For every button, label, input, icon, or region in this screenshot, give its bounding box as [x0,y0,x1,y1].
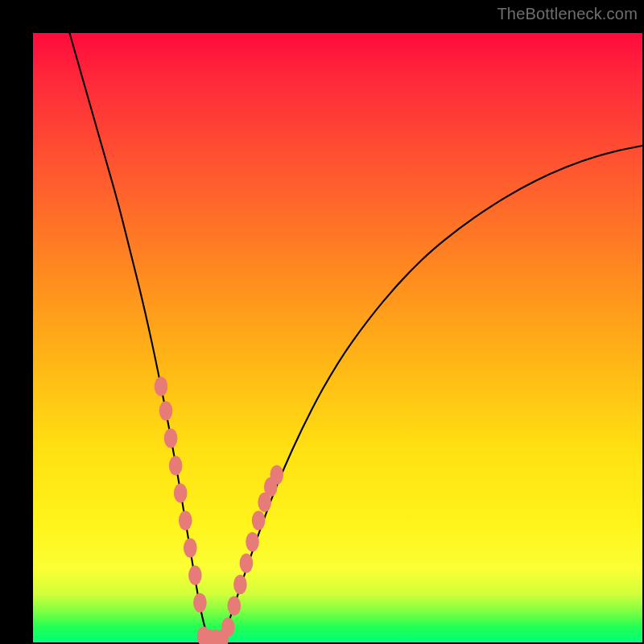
highlight-dot [184,539,197,558]
chart-frame: TheBottleneck.com [0,0,644,644]
highlight-dot [233,575,247,594]
highlight-dot [252,510,266,530]
plot-area [33,33,642,642]
highlight-dot [169,456,183,475]
highlight-dot [159,401,173,420]
chart-svg [33,33,642,642]
highlight-dot [221,617,235,637]
watermark-text: TheBottleneck.com [497,5,638,23]
highlight-dot [227,596,241,615]
bottleneck-curve [69,33,642,642]
highlight-dot [188,566,202,585]
highlight-dot [174,483,188,502]
highlight-dot [246,532,259,551]
highlight-dot [155,377,168,396]
highlight-dot [193,593,207,613]
highlight-dot [270,465,283,485]
highlight-dot [179,510,192,530]
highlight-dots [155,377,283,644]
highlight-dot [164,428,178,448]
highlight-dot [240,553,254,572]
